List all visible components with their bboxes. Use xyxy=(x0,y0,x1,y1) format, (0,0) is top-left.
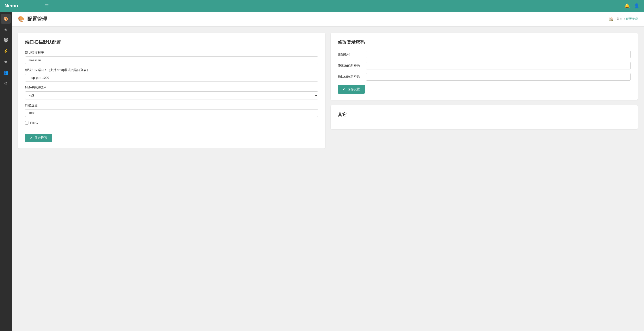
app-title: Nemo xyxy=(4,3,40,9)
flash-icon: ⚡ xyxy=(3,49,8,54)
new-password-input[interactable] xyxy=(366,62,631,69)
password-card-title: 修改登录密码 xyxy=(338,39,631,45)
main-layout: 🎨 ◈ 🐺 ⚡ ★ 👥 ⚙ 🎨 配置管理 🏠 xyxy=(0,12,644,331)
old-password-input[interactable] xyxy=(366,51,631,58)
nmap-group: NMAP探测技术 -sS -sT -sU -sN -sF xyxy=(25,86,318,99)
password-card: 修改登录密码 原始密码 修改后的新密码 确认修改新密码 xyxy=(330,33,638,100)
sidebar-item-settings[interactable]: ⚙ xyxy=(1,78,11,88)
sidebar-item-users[interactable]: 👥 xyxy=(1,68,11,78)
confirm-password-label: 确认修改新密码 xyxy=(338,75,362,79)
breadcrumb-sep1: / xyxy=(615,18,616,21)
page-title-icon: 🎨 xyxy=(18,16,24,22)
port-input[interactable] xyxy=(25,74,318,82)
old-password-group: 原始密码 xyxy=(338,51,631,58)
topbar-actions: 🔔 👤 xyxy=(624,3,640,9)
password-save-label: 保存设置 xyxy=(348,87,360,91)
topbar: Nemo ☰ 🔔 👤 xyxy=(0,0,644,12)
menu-button[interactable]: ☰ xyxy=(45,3,49,9)
page-header: 🎨 配置管理 🏠 / 首页 / 配置管理 xyxy=(12,12,644,27)
password-save-button[interactable]: ✔ 保存设置 xyxy=(338,85,365,94)
sidebar-item-diamond[interactable]: ◈ xyxy=(1,25,11,35)
scanner-group: 默认扫描程序 xyxy=(25,51,318,64)
port-scan-save-button[interactable]: ✔ 保存设置 xyxy=(25,134,52,142)
diamond-icon: ◈ xyxy=(4,27,8,32)
nmap-select[interactable]: -sS -sT -sU -sN -sF xyxy=(25,91,318,99)
port-scan-card-title: 端口扫描默认配置 xyxy=(25,39,318,45)
page-body: 端口扫描默认配置 默认扫描程序 默认扫描端口：（支持Nmap格式的端口列表） N… xyxy=(12,27,644,155)
other-card-title: 其它 xyxy=(338,112,631,118)
ping-label[interactable]: PING xyxy=(30,121,38,125)
confirm-password-input[interactable] xyxy=(366,73,631,81)
port-scan-card: 端口扫描默认配置 默认扫描程序 默认扫描端口：（支持Nmap格式的端口列表） N… xyxy=(18,33,325,148)
breadcrumb-home-icon[interactable]: 🏠 xyxy=(609,17,613,21)
scanner-input[interactable] xyxy=(25,57,318,64)
port-group: 默认扫描端口：（支持Nmap格式的端口列表） xyxy=(25,68,318,82)
palette-icon: 🎨 xyxy=(3,16,8,21)
right-column: 修改登录密码 原始密码 修改后的新密码 确认修改新密码 xyxy=(330,33,638,129)
old-password-label: 原始密码 xyxy=(338,52,362,57)
sidebar-item-palette[interactable]: 🎨 xyxy=(1,14,11,24)
new-password-group: 修改后的新密码 xyxy=(338,62,631,69)
confirm-password-group: 确认修改新密码 xyxy=(338,73,631,81)
sidebar-item-star[interactable]: ★ xyxy=(1,57,11,67)
notification-button[interactable]: 🔔 xyxy=(624,3,630,9)
target-icon: 🐺 xyxy=(3,38,8,43)
breadcrumb-home-link[interactable]: 首页 xyxy=(617,17,622,21)
nmap-label: NMAP探测技术 xyxy=(25,86,318,90)
new-password-label: 修改后的新密码 xyxy=(338,64,362,68)
ping-checkbox[interactable] xyxy=(25,121,28,125)
content-area: 🎨 配置管理 🏠 / 首页 / 配置管理 端口扫描默认配置 默认扫描程序 xyxy=(12,12,644,331)
star-icon: ★ xyxy=(4,59,8,64)
port-scan-save-label: 保存设置 xyxy=(35,136,47,140)
breadcrumb: 🏠 / 首页 / 配置管理 xyxy=(609,17,638,21)
page-title-group: 🎨 配置管理 xyxy=(18,16,47,23)
sidebar-item-flash[interactable]: ⚡ xyxy=(1,46,11,56)
sidebar-item-target[interactable]: 🐺 xyxy=(1,35,11,45)
user-button[interactable]: 👤 xyxy=(634,3,640,9)
speed-group: 扫描速度 xyxy=(25,104,318,117)
other-card: 其它 xyxy=(330,105,638,129)
sidebar: 🎨 ◈ 🐺 ⚡ ★ 👥 ⚙ xyxy=(0,12,12,331)
breadcrumb-sep2: / xyxy=(624,18,625,21)
port-label: 默认扫描端口：（支持Nmap格式的端口列表） xyxy=(25,68,318,72)
ping-group: PING xyxy=(25,121,318,125)
breadcrumb-current: 配置管理 xyxy=(626,17,638,21)
scanner-label: 默认扫描程序 xyxy=(25,51,318,55)
save-check-icon: ✔ xyxy=(30,136,33,140)
users-icon: 👥 xyxy=(3,70,8,75)
page-title: 配置管理 xyxy=(27,16,47,23)
settings-icon: ⚙ xyxy=(4,81,8,86)
password-save-check-icon: ✔ xyxy=(343,87,346,91)
speed-input[interactable] xyxy=(25,109,318,117)
speed-label: 扫描速度 xyxy=(25,104,318,108)
